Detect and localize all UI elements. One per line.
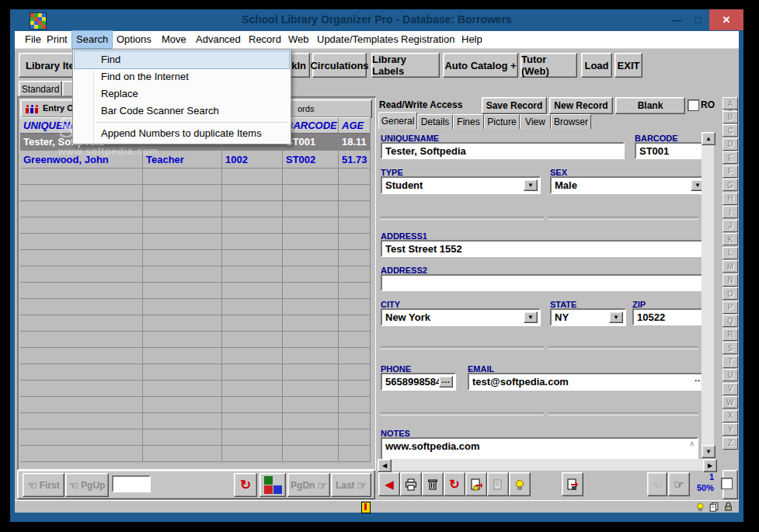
table-row[interactable] [20, 299, 371, 315]
table-row[interactable] [20, 397, 371, 413]
toolbar-exit-button[interactable]: EXIT [615, 53, 642, 78]
phone-more-button[interactable]: ··· [439, 376, 453, 388]
alpha-R-button[interactable]: R [722, 329, 738, 341]
menu-item-replace[interactable]: Replace [75, 85, 289, 103]
chevron-down-icon[interactable]: ▼ [524, 179, 538, 191]
scroll-down-button[interactable]: ▼ [702, 445, 715, 458]
alpha-Y-button[interactable]: Y [722, 423, 738, 436]
table-row[interactable] [20, 201, 371, 217]
prev-page-button-disabled[interactable]: ☜ [647, 472, 667, 496]
scroll-up-button[interactable]: ▲ [702, 132, 715, 145]
table-row[interactable] [20, 413, 371, 429]
alpha-F-button[interactable]: F [722, 165, 738, 178]
menu-registration[interactable]: Registration [397, 31, 458, 48]
tab-general[interactable]: General [378, 112, 417, 129]
table-row[interactable]: Greenwood, John Teacher 1002 ST002 51.73 [20, 151, 371, 169]
toolbar-circulations-button[interactable]: Circulations [312, 53, 367, 78]
sex-select[interactable]: Male ▼ [550, 176, 708, 194]
menu-print[interactable]: Print [43, 31, 71, 48]
menu-move[interactable]: Move [158, 31, 190, 48]
alpha-N-button[interactable]: N [722, 274, 738, 287]
menu-file[interactable]: File [21, 31, 45, 48]
address2-input[interactable] [381, 274, 705, 291]
alpha-T-button[interactable]: T [722, 356, 738, 368]
export-record-button[interactable] [465, 472, 487, 496]
alpha-U-button[interactable]: U [722, 369, 738, 381]
toolbar-auto-catalog-button[interactable]: Auto Catalog + [443, 53, 518, 78]
alpha-Z-button[interactable]: Z [722, 437, 738, 450]
alpha-B-button[interactable]: B [722, 111, 738, 123]
hint-button[interactable] [509, 472, 531, 496]
last-record-button[interactable]: Last ☞ [331, 473, 371, 497]
alpha-C-button[interactable]: C [722, 124, 738, 137]
menu-item-find[interactable]: Find [75, 51, 289, 68]
uniquename-input[interactable] [381, 142, 625, 159]
blocks-button[interactable] [259, 473, 286, 497]
form-h-scrollbar[interactable] [378, 459, 715, 471]
city-select[interactable]: New York ▼ [381, 308, 541, 326]
alpha-H-button[interactable]: H [722, 193, 738, 205]
page-down-button[interactable]: PgDn ☞ [287, 473, 330, 497]
print-record-button[interactable] [400, 472, 422, 496]
table-row[interactable] [20, 250, 371, 266]
alpha-X-button[interactable]: X [722, 410, 738, 422]
table-row[interactable] [20, 446, 371, 462]
alpha-Q-button[interactable]: Q [722, 315, 738, 327]
maximize-button[interactable]: □ [688, 11, 709, 30]
alpha-K-button[interactable]: K [722, 233, 738, 245]
tab-view[interactable]: View [520, 114, 551, 129]
table-row[interactable] [20, 169, 371, 185]
type-select[interactable]: Student ▼ [381, 176, 541, 194]
save-record-button[interactable]: Save Record [482, 97, 547, 114]
menu-web[interactable]: Web [284, 31, 313, 48]
chevron-down-icon[interactable]: ▼ [524, 311, 538, 323]
tab-fines[interactable]: Fines [453, 114, 484, 129]
form-scrollbar[interactable] [702, 132, 714, 458]
tab-picture[interactable]: Picture [484, 114, 520, 129]
menu-options[interactable]: Options [113, 31, 155, 48]
menu-search[interactable]: Search [72, 31, 112, 48]
toolbar-load-button[interactable]: Load [581, 53, 612, 78]
table-row[interactable] [20, 217, 371, 234]
refresh-button[interactable]: ↻ [234, 473, 257, 497]
copy-record-button-disabled[interactable] [487, 472, 509, 496]
zip-input[interactable] [632, 308, 706, 325]
menu-update-templates[interactable]: Update/Templates [313, 31, 402, 48]
menu-record[interactable]: Record [245, 31, 285, 48]
toolbar-tutor-web-button[interactable]: Tutor (Web) [521, 53, 577, 78]
alpha-G-button[interactable]: G [722, 179, 738, 191]
close-button[interactable]: ✕ [709, 9, 743, 30]
alpha-W-button[interactable]: W [722, 396, 738, 409]
table-row[interactable] [20, 234, 371, 250]
email-input[interactable]: test@softpedia.com ·· [468, 373, 706, 391]
tab-details[interactable]: Details [417, 114, 453, 129]
col-age[interactable]: AGE [339, 117, 371, 134]
alpha-O-button[interactable]: O [722, 287, 738, 300]
table-row[interactable] [20, 185, 371, 201]
alpha-A-button[interactable]: A [722, 97, 738, 110]
table-row[interactable] [20, 381, 371, 397]
alpha-V-button[interactable]: V [722, 383, 738, 395]
state-select[interactable]: NY ▼ [550, 308, 626, 326]
phone-input[interactable]: 5658998584 ··· [381, 373, 456, 391]
blank-button[interactable]: Blank [615, 97, 685, 114]
menu-item-append-numbers[interactable]: Append Numbers to duplicate Items [75, 125, 289, 142]
menu-item-barcode-scanner-search[interactable]: Bar Code Scanner Search [75, 103, 289, 120]
menu-advanced[interactable]: Advanced [192, 31, 245, 48]
minimize-button[interactable]: — [667, 11, 687, 30]
address1-input[interactable] [381, 240, 705, 257]
menu-item-find-internet[interactable]: Find on the Internet [75, 68, 289, 85]
alpha-S-button[interactable]: S [722, 342, 738, 354]
goto-record-input[interactable] [112, 475, 151, 492]
alpha-J-button[interactable]: J [722, 220, 738, 232]
page-up-button[interactable]: ☜ PgUp [65, 473, 109, 497]
tab-standard[interactable]: Standard [19, 81, 62, 97]
table-row[interactable] [20, 315, 371, 332]
table-row[interactable] [20, 266, 371, 283]
alpha-I-button[interactable]: I [722, 206, 738, 218]
notes-textarea[interactable]: www.softpedia.com ∧ [381, 437, 698, 461]
reload-record-button[interactable]: ↻ [444, 472, 465, 496]
barcode-input[interactable] [635, 142, 706, 159]
chevron-down-icon[interactable]: ▼ [609, 311, 623, 323]
save-export-button[interactable] [562, 472, 583, 496]
